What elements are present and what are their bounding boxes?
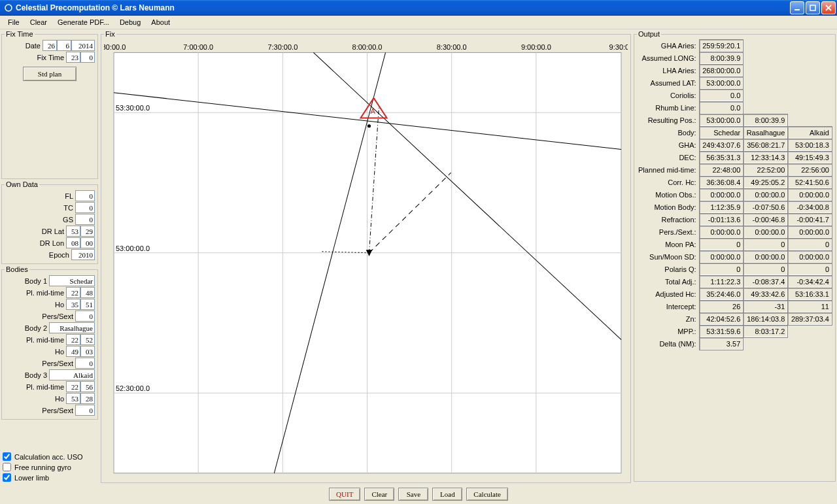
output-label: Corr. Hc: bbox=[637, 176, 699, 189]
output-label: GHA: bbox=[637, 139, 699, 152]
minimize-button[interactable] bbox=[790, 1, 804, 14]
fix-hour-input[interactable] bbox=[66, 52, 80, 63]
std-plan-button[interactable]: Std plan bbox=[23, 67, 77, 81]
output-value: 0:00:00.0 bbox=[743, 189, 788, 201]
output-value: 52:41:50.6 bbox=[788, 176, 832, 189]
body-3-pl-a-input[interactable] bbox=[66, 381, 80, 392]
tc-input[interactable] bbox=[75, 202, 95, 213]
close-button[interactable] bbox=[821, 1, 836, 14]
bottom-bar: QUIT Clear Save Load Calculate bbox=[0, 484, 837, 504]
fix-chart[interactable]: 30:00.07:00:00.07:30:00.08:00:00.08:30:0… bbox=[104, 39, 628, 480]
dr-lat-label: DR Lat bbox=[42, 227, 64, 235]
menu-clear[interactable]: Clear bbox=[25, 17, 52, 27]
svg-text:8:30:00.0: 8:30:00.0 bbox=[437, 43, 467, 51]
body-3-pl-b-input[interactable] bbox=[80, 381, 95, 392]
fix-min-input[interactable] bbox=[80, 52, 95, 63]
svg-point-32 bbox=[368, 125, 371, 127]
body-2-pl-a-input[interactable] bbox=[66, 334, 80, 345]
body-1-pl-a-input[interactable] bbox=[66, 287, 80, 298]
epoch-label: Epoch bbox=[49, 251, 69, 259]
date-month-input[interactable] bbox=[57, 40, 71, 51]
epoch-input[interactable] bbox=[71, 249, 95, 260]
body-1-pl-b-input[interactable] bbox=[80, 287, 95, 298]
output-label: Coriolis: bbox=[637, 90, 699, 102]
output-value: -0:34:00.8 bbox=[788, 201, 832, 214]
output-label: GHA Aries: bbox=[637, 40, 699, 52]
output-value: 3.57 bbox=[699, 338, 743, 350]
calc-uso-checkbox[interactable] bbox=[3, 452, 11, 461]
output-value: 186:14:03.8 bbox=[743, 313, 788, 326]
output-label: MPP.: bbox=[637, 326, 699, 338]
body-3-ho-a-input[interactable] bbox=[66, 393, 80, 404]
output-value: 0:00:00.0 bbox=[743, 251, 788, 263]
dr-lon-b-input[interactable] bbox=[80, 237, 95, 248]
output-value: 49:25:05.2 bbox=[743, 176, 788, 189]
body-3-name-input[interactable] bbox=[49, 369, 95, 380]
calculate-button[interactable]: Calculate bbox=[466, 488, 508, 501]
body-2-ho-b-input[interactable] bbox=[80, 346, 95, 357]
free-gyro-checkbox[interactable] bbox=[3, 463, 11, 471]
output-label: Assumed LAT: bbox=[637, 77, 699, 90]
output-value: -0:08:37.4 bbox=[743, 276, 788, 288]
output-label: Motion Body: bbox=[637, 201, 699, 214]
maximize-button[interactable] bbox=[806, 1, 820, 14]
menu-file[interactable]: File bbox=[3, 17, 25, 27]
output-label: Assumed LONG: bbox=[637, 52, 699, 65]
calc-uso-label: Calculation acc. USO bbox=[14, 453, 83, 461]
svg-text:9:00:00.0: 9:00:00.0 bbox=[521, 43, 551, 51]
fl-input[interactable] bbox=[75, 190, 95, 201]
body-1-ho-b-input[interactable] bbox=[80, 299, 95, 310]
output-value: -0:00:41.7 bbox=[788, 214, 832, 226]
output-value: Alkaid bbox=[788, 127, 832, 139]
output-value: 0:00:00.0 bbox=[699, 189, 743, 201]
save-button[interactable]: Save bbox=[398, 488, 428, 501]
output-value: 0 bbox=[788, 263, 832, 276]
output-value: 35:24:46.0 bbox=[699, 288, 743, 301]
output-label: Planned mid-time: bbox=[637, 164, 699, 176]
output-label: Delta (NM): bbox=[637, 338, 699, 350]
output-value: 0:00:00.0 bbox=[788, 251, 832, 263]
load-button[interactable]: Load bbox=[432, 488, 462, 501]
output-value: 36:36:08.4 bbox=[699, 176, 743, 189]
output-label: Pers./Sext.: bbox=[637, 226, 699, 239]
gs-input[interactable] bbox=[75, 214, 95, 225]
clear-button[interactable]: Clear bbox=[364, 488, 394, 501]
output-value: 8:00:39.9 bbox=[743, 114, 788, 127]
body-3-ps-input[interactable] bbox=[75, 405, 95, 416]
output-value: 0 bbox=[743, 239, 788, 251]
date-year-input[interactable] bbox=[71, 40, 95, 51]
body-2-pl-b-input[interactable] bbox=[80, 334, 95, 345]
output-label: Motion Obs.: bbox=[637, 189, 699, 201]
output-value: 0 bbox=[699, 263, 743, 276]
output-value: 11 bbox=[788, 301, 832, 313]
menu-bar: File Clear Generate PDF... Debug About bbox=[0, 16, 837, 29]
svg-text:7:00:00.0: 7:00:00.0 bbox=[183, 43, 213, 51]
body-3-ho-b-input[interactable] bbox=[80, 393, 95, 404]
output-value: 53:16:33.1 bbox=[788, 288, 832, 301]
output-value: 8:00:39.9 bbox=[699, 52, 743, 65]
body-1-name-input[interactable] bbox=[49, 275, 95, 286]
menu-debug[interactable]: Debug bbox=[114, 17, 146, 27]
body-2-ps-input[interactable] bbox=[75, 358, 95, 369]
fix-time-label: Fix Time bbox=[37, 54, 64, 61]
output-value: 49:33:42.6 bbox=[743, 288, 788, 301]
body-1-ho-a-input[interactable] bbox=[66, 299, 80, 310]
menu-generate-pdf[interactable]: Generate PDF... bbox=[52, 17, 114, 27]
body-2-ho-a-input[interactable] bbox=[66, 346, 80, 357]
output-table: GHA Aries:259:59:20.1Assumed LONG:8:00:3… bbox=[637, 39, 832, 350]
quit-button[interactable]: QUIT bbox=[329, 488, 360, 501]
output-value: 259:59:20.1 bbox=[699, 40, 743, 52]
output-value: 53:31:59.6 bbox=[699, 326, 743, 338]
body-2-label: Body 2 bbox=[25, 324, 47, 332]
dr-lat-b-input[interactable] bbox=[80, 226, 95, 237]
dr-lat-a-input[interactable] bbox=[66, 226, 80, 237]
body-1-ps-input[interactable] bbox=[75, 311, 95, 322]
output-label: Adjusted Hc: bbox=[637, 288, 699, 301]
menu-about[interactable]: About bbox=[146, 17, 175, 27]
date-day-input[interactable] bbox=[43, 40, 57, 51]
output-value: 53:00:00.0 bbox=[699, 114, 743, 127]
svg-text:53:00:00.0: 53:00:00.0 bbox=[116, 244, 150, 252]
body-2-name-input[interactable] bbox=[49, 322, 95, 333]
lower-limb-checkbox[interactable] bbox=[3, 473, 11, 482]
dr-lon-a-input[interactable] bbox=[66, 237, 80, 248]
